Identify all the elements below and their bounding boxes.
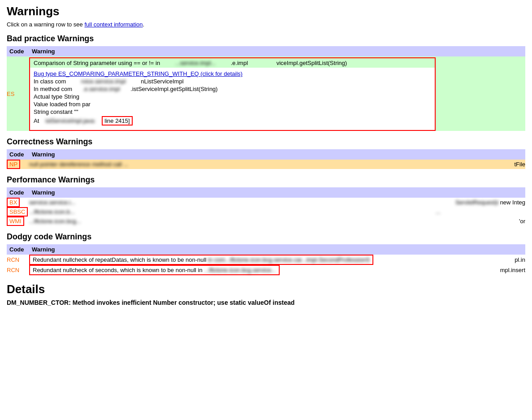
correctness-blurred: null pointer dereference method call ... bbox=[29, 161, 128, 168]
rcn1-right-text: pl.in bbox=[515, 256, 525, 263]
in-class-right: nListServiceImpl bbox=[141, 78, 183, 85]
in-method-blurred: .e.service.impl bbox=[83, 86, 120, 92]
performance-row-bx[interactable]: BX service.service.i... ServletRequest)i… bbox=[7, 198, 525, 207]
rcn1-warning-text: Redundant nullcheck of repeatDatas, whic… bbox=[33, 256, 206, 263]
bad-practice-table: Code Warning ES Comparison of String par… bbox=[7, 46, 525, 131]
dodgy-code-table: Code Warning RCN Redundant nullcheck of … bbox=[7, 244, 525, 275]
perf-wmi-right: 'or bbox=[436, 216, 525, 226]
bad-practice-warning-cell: Comparison of String parameter using == … bbox=[29, 56, 436, 131]
dodgy-col-code: Code bbox=[7, 244, 29, 255]
dodgy-col-warning: Warning bbox=[29, 244, 436, 255]
correctness-col-extra bbox=[436, 149, 525, 160]
bad-practice-header-row: Code Warning bbox=[7, 46, 525, 56]
performance-row-wmi[interactable]: WMI ...lftctone.icon.bcg... 'or bbox=[7, 216, 525, 226]
dodgy-code-heading: Dodgy code Warnings bbox=[7, 232, 525, 242]
perf-wmi-warning-cell: ...lftctone.icon.bcg... bbox=[29, 216, 436, 226]
performance-table: Code Warning BX service.service.i... Ser… bbox=[7, 187, 525, 226]
wmi-right-text: 'or bbox=[519, 218, 525, 225]
correctness-col-code: Code bbox=[7, 149, 29, 160]
details-description: DM_NUMBER_CTOR: Method invokes inefficie… bbox=[7, 299, 525, 306]
at-label: At bbox=[34, 117, 39, 124]
intro-paragraph: Click on a warning row to see full conte… bbox=[7, 21, 525, 28]
dodgy-row-rcn2[interactable]: RCN Redundant nullcheck of seconds, whic… bbox=[7, 265, 525, 275]
details-heading: Details bbox=[7, 282, 525, 296]
intro-text-before: Click on a warning row to see bbox=[7, 21, 84, 28]
string-constant-line: String constant "" bbox=[34, 108, 431, 115]
in-class-blurred: rvice.service.impl bbox=[81, 78, 126, 85]
rcn1-warning-cell: Redundant nullcheck of repeatDatas, whic… bbox=[29, 255, 436, 265]
bad-practice-right1: .e.impl bbox=[231, 60, 248, 66]
performance-header-row: Code Warning bbox=[7, 187, 525, 198]
correctness-header-row: Code Warning bbox=[7, 149, 525, 160]
dodgy-header-row: Code Warning bbox=[7, 244, 525, 255]
correctness-code-cell: NP bbox=[7, 160, 29, 169]
correctness-row[interactable]: NP null pointer dereference method call … bbox=[7, 160, 525, 169]
rcn2-detail-box: Redundant nullcheck of seconds, which is… bbox=[29, 265, 280, 275]
full-context-link[interactable]: full context information bbox=[84, 21, 143, 28]
perf-sbsc-right: ... bbox=[436, 207, 525, 216]
performance-col-extra bbox=[436, 187, 525, 198]
performance-row-sbsc[interactable]: SBSC ...lftctone.icon.b... ... bbox=[7, 207, 525, 216]
rcn2-warning-text: Redundant nullcheck of seconds, which is… bbox=[33, 267, 203, 273]
rcn2-code-cell: RCN bbox=[7, 265, 29, 275]
performance-heading: Performance Warnings bbox=[7, 175, 525, 185]
rcn2-code: RCN bbox=[7, 267, 19, 273]
perf-bx-code-cell: BX bbox=[7, 198, 29, 207]
correctness-warning-cell: null pointer dereference method call ... bbox=[29, 160, 436, 169]
rcn2-warning-cell: Redundant nullcheck of seconds, which is… bbox=[29, 265, 436, 275]
bad-practice-row[interactable]: ES Comparison of String parameter using … bbox=[7, 56, 525, 131]
page-title: Warnings bbox=[7, 4, 525, 18]
sbsc-blurred: ...lftctone.icon.b... bbox=[29, 208, 75, 215]
rcn2-right-cell: mpl.insert bbox=[436, 265, 525, 275]
bad-practice-warning-text: Comparison of String parameter using == … bbox=[34, 60, 160, 66]
bx-blurred: service.service.i... bbox=[29, 199, 75, 206]
rcn1-blurred: in com...lftctone.icon.bcg.service.car..… bbox=[208, 256, 370, 263]
in-method-line: In method com .e.service.impl .istServic… bbox=[34, 86, 431, 92]
correctness-right-cell: tFile bbox=[436, 160, 525, 169]
wmi-code: WMI bbox=[7, 216, 24, 226]
rcn2-right-text: mpl.insert bbox=[500, 267, 525, 273]
dodgy-row-rcn1[interactable]: RCN Redundant nullcheck of repeatDatas, … bbox=[7, 255, 525, 265]
bx-code: BX bbox=[7, 198, 20, 207]
correctness-right-text: tFile bbox=[514, 161, 525, 168]
dodgy-col-extra bbox=[436, 244, 525, 255]
perf-sbsc-code-cell: SBSC bbox=[7, 207, 29, 216]
bad-practice-col-warning: Warning bbox=[29, 46, 436, 56]
es-detail-link[interactable]: Bug type ES_COMPARING_PARAMETER_STRING_W… bbox=[34, 70, 242, 77]
np-code: NP bbox=[7, 160, 20, 169]
perf-bx-warning-cell: service.service.i... bbox=[29, 198, 436, 207]
rcn1-right-cell: pl.in bbox=[436, 255, 525, 265]
sbsc-right-blurred: ... bbox=[436, 208, 441, 215]
rcn1-code-cell: RCN bbox=[7, 255, 29, 265]
in-method-text: In method com bbox=[34, 86, 72, 92]
bad-practice-col-code: Code bbox=[7, 46, 29, 56]
performance-col-warning: Warning bbox=[29, 187, 436, 198]
bad-practice-code: ES bbox=[7, 56, 29, 131]
bad-practice-heading: Bad practice Warnings bbox=[7, 34, 525, 43]
bad-practice-col-extra bbox=[436, 46, 525, 56]
correctness-heading: Correctness Warnings bbox=[7, 137, 525, 147]
correctness-col-warning: Warning bbox=[29, 149, 436, 160]
perf-sbsc-warning-cell: ...lftctone.icon.b... bbox=[29, 207, 436, 216]
rcn1-detail-box: Redundant nullcheck of repeatDatas, whic… bbox=[29, 255, 373, 265]
bx-right-blurred: ServletRequest)i bbox=[455, 199, 498, 206]
bad-practice-blurred1: ...service.impl... bbox=[175, 60, 216, 66]
rcn1-code: RCN bbox=[7, 256, 19, 263]
bad-practice-right2: viceImpl.getSplitList(String) bbox=[277, 60, 347, 66]
perf-bx-right: ServletRequest)i new Integ bbox=[436, 198, 525, 207]
perf-wmi-code-cell: WMI bbox=[7, 216, 29, 226]
bad-practice-right-cell bbox=[436, 56, 525, 131]
rcn2-blurred: ...lftctone.icon.bcg.service... bbox=[204, 267, 276, 273]
at-line: At istServiceImpl.java: line 2415] bbox=[34, 116, 431, 126]
line-number-box: line 2415] bbox=[102, 116, 132, 126]
at-blurred: istServiceImpl.java: bbox=[45, 117, 95, 124]
in-class-line: In class com rvice.service.impl nListSer… bbox=[34, 78, 431, 85]
correctness-table: Code Warning NP null pointer dereference… bbox=[7, 149, 525, 169]
actual-type-line: Actual type String bbox=[34, 93, 431, 100]
sbsc-code: SBSC bbox=[7, 207, 28, 216]
in-class-text: In class com bbox=[34, 78, 66, 85]
wmi-blurred: ...lftctone.icon.bcg... bbox=[29, 218, 81, 225]
bx-right-text: new Integ bbox=[500, 199, 525, 206]
intro-text-after: . bbox=[143, 21, 145, 28]
in-method-right: .istServiceImpl.getSplitList(String) bbox=[130, 86, 217, 92]
